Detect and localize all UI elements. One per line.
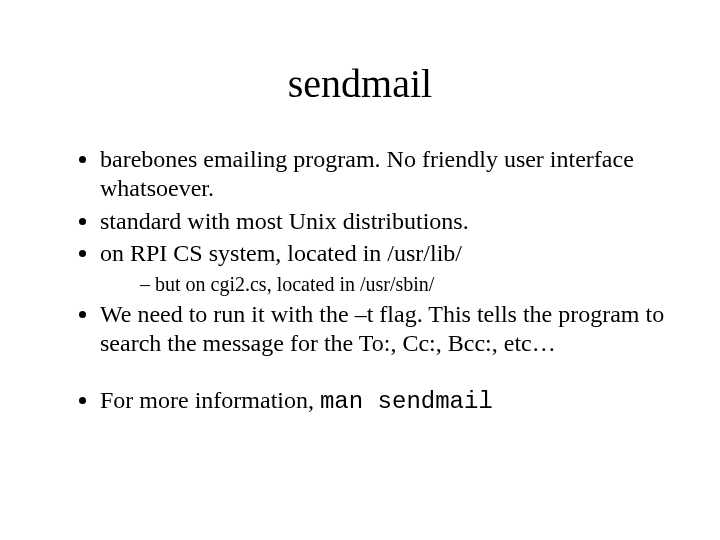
bullet-item: barebones emailing program. No friendly …: [100, 145, 670, 203]
sub-bullet-list: but on cgi2.cs, located in /usr/sbin/: [120, 272, 670, 296]
bullet-item: We need to run it with the –t flag. This…: [100, 300, 670, 358]
bullet-list-2: For more information, man sendmail: [80, 386, 670, 417]
slide-title: sendmail: [50, 60, 670, 107]
bullet-item: For more information, man sendmail: [100, 386, 670, 417]
code-text: man sendmail: [320, 388, 493, 415]
slide: sendmail barebones emailing program. No …: [0, 0, 720, 540]
bullet-list: barebones emailing program. No friendly …: [80, 145, 670, 358]
bullet-item: standard with most Unix distributions.: [100, 207, 670, 236]
bullet-item: on RPI CS system, located in /usr/lib/ b…: [100, 239, 670, 296]
spacer: [50, 362, 670, 386]
bullet-text: on RPI CS system, located in /usr/lib/: [100, 240, 462, 266]
bullet-text: For more information,: [100, 387, 320, 413]
sub-bullet-item: but on cgi2.cs, located in /usr/sbin/: [140, 272, 670, 296]
